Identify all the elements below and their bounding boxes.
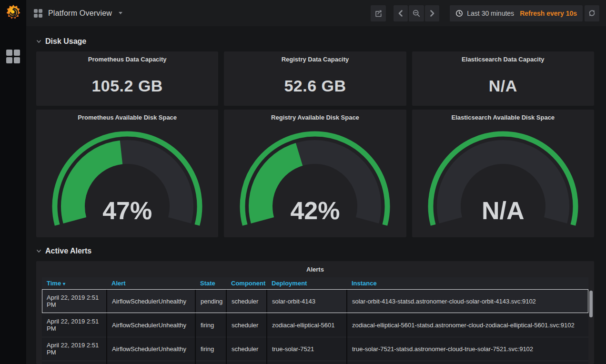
dashboard-title-dropdown[interactable]: Platform Overview	[34, 9, 122, 18]
zoom-out-icon	[412, 9, 421, 18]
table-row: April 22, 2019 2:51 PM AirflowSchedulerU…	[42, 313, 588, 337]
cell-state: firing	[195, 313, 226, 337]
panel-title[interactable]: Alerts	[36, 261, 594, 277]
panel-elasticsearch-data-capacity: Elasticsearch Data Capacity N/A	[412, 51, 594, 106]
panel-prometheus-data-capacity: Prometheus Data Capacity 105.2 GB	[36, 51, 218, 106]
chevron-down-icon	[36, 40, 41, 43]
sidebar	[0, 0, 26, 364]
chevron-left-icon	[397, 10, 404, 17]
panel-registry-data-capacity: Registry Data Capacity 52.6 GB	[224, 51, 406, 106]
cell-alert: AirflowSchedulerUnhealthy	[107, 337, 195, 361]
panel-alerts-table: Alerts Time▾ Alert State Compon	[36, 261, 594, 364]
column-header-alert[interactable]: Alert	[107, 277, 195, 289]
panel-prometheus-available-disk: Prometheus Available Disk Space 47%	[36, 110, 218, 237]
gauge-chart: 42%	[224, 122, 406, 237]
navbar-actions: Last 30 minutes Refresh every 10s	[371, 5, 599, 21]
share-button[interactable]	[371, 5, 386, 21]
time-back-button[interactable]	[394, 5, 408, 21]
section-active-alerts[interactable]: Active Alerts	[36, 247, 594, 255]
refresh-icon	[588, 9, 596, 17]
panel-title[interactable]: Elasticsearch Available Disk Space	[412, 110, 594, 122]
cell-time: April 22, 2019 2:51 PM	[42, 289, 107, 313]
panel-elasticsearch-available-disk: Elasticsearch Available Disk Space N/A	[412, 110, 594, 237]
grafana-logo[interactable]	[0, 0, 26, 25]
dashboard-title: Platform Overview	[48, 9, 112, 18]
section-label: Disk Usage	[45, 37, 86, 46]
clock-icon	[455, 10, 463, 17]
cell-deployment: solar-orbit-4143	[267, 289, 347, 313]
stat-value: 52.6 GB	[224, 66, 406, 106]
column-header-instance[interactable]: Instance	[347, 277, 588, 289]
time-nav-group	[394, 5, 439, 21]
panel-title[interactable]: Registry Available Disk Space	[224, 110, 406, 122]
gauge-value: 47%	[36, 196, 218, 225]
panel-registry-available-disk: Registry Available Disk Space 42%	[224, 110, 406, 237]
grafana-app: Platform Overview	[0, 0, 606, 364]
dashboards-grid-icon	[6, 50, 20, 63]
share-icon	[374, 9, 383, 18]
cell-deployment: zodiacal-elliptical-5601	[267, 313, 347, 337]
stat-panels-row: Prometheus Data Capacity 105.2 GB Regist…	[36, 51, 594, 106]
time-range-label: Last 30 minutes	[467, 10, 514, 17]
cell-alert: AirflowSchedulerUnhealthy	[107, 289, 195, 313]
cell-time: April 22, 2019 2:51 PM	[42, 313, 107, 337]
cell-state: firing	[195, 337, 226, 361]
cell-component: scheduler	[226, 289, 267, 313]
column-header-time[interactable]: Time▾	[42, 277, 107, 289]
column-header-state[interactable]: State	[195, 277, 226, 289]
section-label: Active Alerts	[45, 247, 91, 255]
table-scrollbar-thumb[interactable]	[589, 291, 593, 317]
cell-instance: true-solar-7521-statsd.astronomer-cloud-…	[347, 337, 588, 361]
cell-instance: solar-orbit-4143-statsd.astronomer-cloud…	[347, 289, 588, 313]
cell-component: scheduler	[226, 313, 267, 337]
gauge-chart: 47%	[36, 122, 218, 237]
column-header-deployment[interactable]: Deployment	[267, 277, 347, 289]
refresh-button[interactable]	[585, 5, 599, 21]
main-area: Platform Overview	[26, 0, 606, 364]
panel-title[interactable]: Registry Data Capacity	[224, 51, 406, 66]
table-row-partial	[42, 361, 588, 364]
chevron-down-icon	[36, 249, 41, 253]
cell-state: pending	[195, 289, 226, 313]
cell-deployment: true-solar-7521	[267, 337, 347, 361]
gauge-value: 42%	[224, 196, 406, 225]
gauge-value: N/A	[412, 196, 594, 225]
section-disk-usage[interactable]: Disk Usage	[36, 37, 594, 46]
time-picker-button[interactable]: Last 30 minutes Refresh every 10s	[450, 5, 583, 21]
zoom-out-button[interactable]	[409, 5, 424, 21]
cell-time: April 22, 2019 2:51 PM	[42, 337, 107, 361]
table-header-row: Time▾ Alert State Component Deployment I…	[42, 277, 588, 289]
navbar: Platform Overview	[26, 0, 606, 26]
cell-instance: zodiacal-elliptical-5601-statsd.astronom…	[347, 313, 588, 337]
sort-desc-icon: ▾	[63, 281, 65, 286]
caret-down-icon	[119, 12, 122, 14]
cell-component: scheduler	[226, 337, 267, 361]
panel-title[interactable]: Prometheus Data Capacity	[36, 51, 218, 66]
table-row: April 22, 2019 2:51 PM AirflowSchedulerU…	[42, 337, 588, 361]
stat-value: 105.2 GB	[36, 66, 218, 106]
table-row: April 22, 2019 2:51 PM AirflowSchedulerU…	[42, 289, 588, 313]
chevron-right-icon	[429, 10, 435, 17]
gauge-panels-row: Prometheus Available Disk Space 47% Regi…	[36, 110, 594, 237]
column-header-component[interactable]: Component	[226, 277, 267, 289]
gauge-chart: N/A	[412, 122, 594, 237]
cell-alert: AirflowSchedulerUnhealthy	[107, 313, 195, 337]
panel-title[interactable]: Elasticsearch Data Capacity	[412, 51, 594, 66]
time-forward-button[interactable]	[425, 5, 439, 21]
panel-title[interactable]: Prometheus Available Disk Space	[36, 110, 218, 122]
refresh-interval-label: Refresh every 10s	[520, 10, 577, 17]
alerts-table: Time▾ Alert State Component Deployment I…	[42, 277, 588, 364]
grafana-flame-icon	[5, 4, 22, 21]
stat-value: N/A	[412, 66, 594, 106]
dashboard-body: Disk Usage Prometheus Data Capacity 105.…	[26, 26, 606, 364]
sidebar-dashboards-button[interactable]	[6, 50, 20, 63]
dashboard-grid-icon	[34, 9, 42, 18]
